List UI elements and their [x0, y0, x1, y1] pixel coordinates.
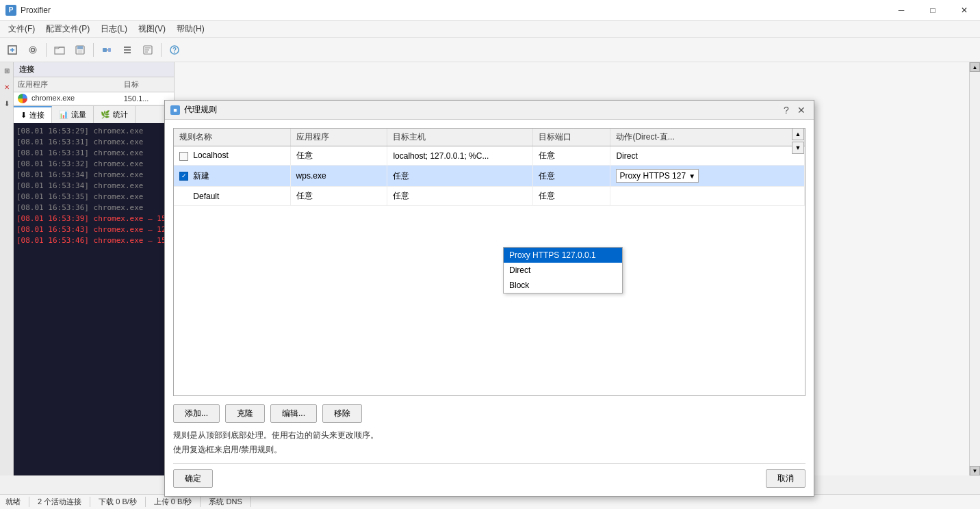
rule-checkbox-new[interactable]: ✓ — [179, 172, 188, 181]
dialog-action-buttons: 添加... 克隆 编辑... 移除 — [173, 404, 805, 423]
toolbar: ? — [0, 38, 980, 62]
rules-scroll-down[interactable]: ▼ — [792, 142, 804, 154]
status-dns: 系统 DNS — [201, 497, 250, 507]
log-line-error: [08.01 16:53:39] chromex.exe — 150.139.1… — [16, 213, 171, 224]
remove-button[interactable]: 移除 — [322, 404, 362, 423]
rule-row-new[interactable]: ✓ 新建 wps.exe 任意 任意 Proxy HTTPS 127 ▼ — [174, 166, 805, 187]
status-download: 下载 0 B/秒 — [90, 497, 146, 507]
toolbar-sep-3 — [161, 43, 162, 57]
col-app: 应用程序 — [14, 77, 120, 92]
col-app: 应用程序 — [290, 129, 387, 146]
rules-table-container: 规则名称 应用程序 目标主机 目标端口 动作(Direct-直... — [173, 128, 805, 396]
note-line-1: 规则是从顶部到底部处理。使用右边的箭头来更改顺序。 — [173, 428, 805, 443]
scroll-up-btn[interactable]: ▲ — [970, 62, 980, 72]
toolbar-save[interactable] — [70, 40, 90, 60]
dropdown-option-proxy[interactable]: Proxy HTTPS 127.0.0.1 — [504, 248, 622, 263]
rule-port-new: 任意 — [533, 166, 610, 187]
connections-table: 应用程序 目标 chromex.exe 150.1... — [14, 77, 174, 105]
rule-name-cell-default: Default — [174, 187, 290, 206]
toolbar-sep-1 — [46, 43, 47, 57]
tab-stats-label: 统计 — [113, 109, 128, 120]
toolbar-log[interactable] — [138, 40, 157, 60]
svg-point-3 — [31, 48, 35, 51]
rule-port-localhost: 任意 — [533, 146, 610, 166]
toolbar-open[interactable] — [50, 40, 69, 60]
edit-button[interactable]: 编辑... — [270, 404, 317, 423]
toolbar-new[interactable] — [3, 40, 22, 60]
chrome-icon — [18, 94, 27, 103]
tab-stats-icon: 🌿 — [101, 110, 110, 119]
toolbar-settings[interactable] — [23, 40, 42, 60]
side-icon-x[interactable]: ✕ — [1, 81, 12, 92]
rules-table: 规则名称 应用程序 目标主机 目标端口 动作(Direct-直... — [174, 129, 805, 206]
menu-help[interactable]: 帮助(H) — [171, 22, 210, 36]
scroll-down-btn[interactable]: ▼ — [970, 466, 980, 475]
col-target: 目标 — [120, 77, 174, 92]
maximize-button[interactable]: □ — [917, 0, 949, 21]
rule-row-default[interactable]: Default 任意 任意 任意 — [174, 187, 805, 206]
log-line: [08.01 16:53:31] chromex.exe — [16, 137, 171, 148]
tab-traffic[interactable]: 📊 流量 — [52, 106, 94, 123]
dialog-close-button[interactable]: ✕ — [795, 103, 808, 117]
proxy-rules-dialog: ■ 代理规则 ? ✕ 规则名称 应用程序 目标主机 目标端口 — [164, 100, 814, 497]
rule-port-default: 任意 — [533, 187, 610, 206]
svg-rect-8 — [78, 50, 82, 53]
menu-view[interactable]: 视图(V) — [133, 22, 171, 36]
dialog-titlebar: ■ 代理规则 ? ✕ — [165, 101, 814, 120]
log-line: [08.01 16:53:32] chromex.exe — [16, 159, 171, 170]
ok-button[interactable]: 确定 — [173, 469, 213, 488]
menu-file[interactable]: 文件(F) — [3, 22, 40, 36]
left-icon-strip: ⊞ ✕ ⬇ — [0, 62, 14, 475]
toolbar-sep-2 — [93, 43, 94, 57]
log-line-error: [08.01 16:53:43] chromex.exe — 124.95.14… — [16, 224, 171, 235]
add-button[interactable]: 添加... — [173, 404, 220, 423]
log-line: [08.01 16:53:34] chromex.exe — [16, 181, 171, 192]
tab-traffic-icon: 📊 — [59, 110, 68, 119]
tab-connections-label: 连接 — [29, 110, 44, 120]
rule-name-localhost: Localhost — [193, 151, 228, 160]
log-area: [08.01 16:53:29] chromex.exe [08.01 16:5… — [14, 123, 174, 475]
action-dropdown[interactable]: Proxy HTTPS 127 ▼ — [616, 169, 699, 183]
panel-header: 连接 — [14, 62, 174, 77]
tab-connections-icon: ⬇ — [21, 111, 27, 120]
side-icon-arrow[interactable]: ⬇ — [1, 98, 12, 109]
rule-name-cell: Localhost — [174, 146, 290, 166]
rule-name-default: Default — [193, 192, 219, 201]
status-state: 就绪 — [5, 497, 29, 507]
rules-scroll-up[interactable]: ▲ — [792, 128, 804, 140]
dialog-controls: ? ✕ — [779, 103, 808, 117]
window-controls: ─ □ ✕ — [886, 0, 980, 21]
clone-button[interactable]: 克隆 — [225, 404, 265, 423]
toolbar-help[interactable]: ? — [165, 40, 184, 60]
tab-stats[interactable]: 🌿 统计 — [94, 106, 136, 123]
menu-profile[interactable]: 配置文件(P) — [40, 22, 95, 36]
rule-target-default: 任意 — [387, 187, 533, 206]
right-scrollbar: ▲ ▼ — [969, 62, 980, 475]
note-line-2: 使用复选框来启用/禁用规则。 — [173, 443, 805, 458]
rule-target-new: 任意 — [387, 166, 533, 187]
log-line: [08.01 16:53:36] chromex.exe — [16, 203, 171, 213]
app-name-cell: chromex.exe — [14, 92, 120, 105]
col-rule-name: 规则名称 — [174, 129, 290, 146]
status-upload: 上传 0 B/秒 — [146, 497, 201, 507]
dialog-icon: ■ — [170, 105, 180, 115]
tab-connections[interactable]: ⬇ 连接 — [14, 106, 52, 123]
rule-row-localhost[interactable]: Localhost 任意 localhost; 127.0.0.1; %C...… — [174, 146, 805, 166]
toolbar-rules[interactable] — [118, 40, 137, 60]
dialog-help-button[interactable]: ? — [779, 103, 793, 117]
cancel-button[interactable]: 取消 — [766, 469, 805, 488]
log-line: [08.01 16:53:35] chromex.exe — [16, 192, 171, 203]
rule-checkbox-localhost[interactable] — [179, 152, 188, 161]
dialog-title: 代理规则 — [184, 104, 779, 116]
dropdown-option-block[interactable]: Block — [504, 278, 622, 293]
connection-row[interactable]: chromex.exe 150.1... — [14, 92, 174, 105]
dropdown-option-direct[interactable]: Direct — [504, 263, 622, 278]
menu-bar: 文件(F) 配置文件(P) 日志(L) 视图(V) 帮助(H) — [0, 21, 980, 38]
panel-title: 连接 — [19, 64, 34, 75]
minimize-button[interactable]: ─ — [886, 0, 917, 21]
toolbar-proxy[interactable] — [97, 40, 116, 60]
side-icon-grid[interactable]: ⊞ — [1, 65, 12, 76]
rule-app-default: 任意 — [290, 187, 387, 206]
menu-log[interactable]: 日志(L) — [95, 22, 133, 36]
close-button[interactable]: ✕ — [949, 0, 980, 21]
